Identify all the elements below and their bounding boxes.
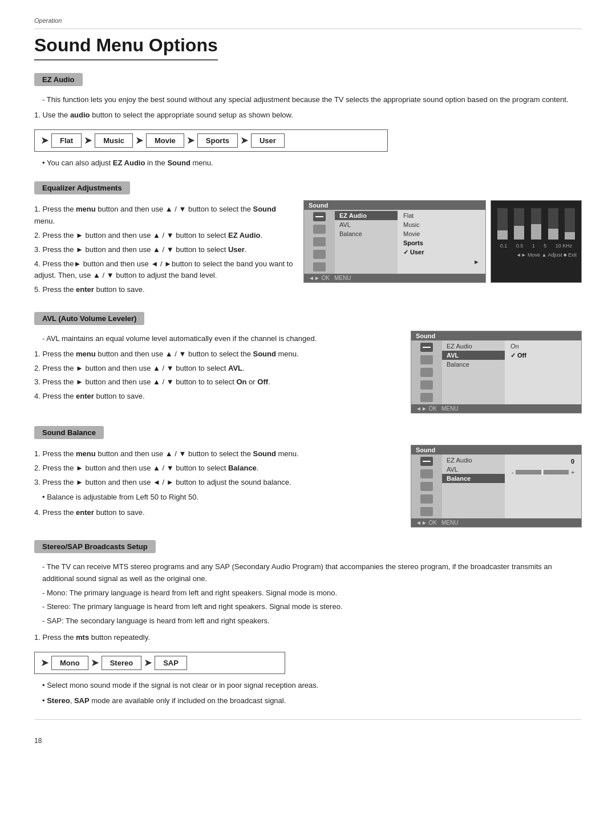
- avl-icon-2: [420, 355, 433, 364]
- eq-menu-items: EZ Audio AVL Balance: [335, 210, 398, 274]
- eq-icon-3: [313, 237, 326, 246]
- balance-menu-item-avl: AVL: [442, 465, 505, 474]
- section-equalizer: Equalizer Adjustments Press the menu but…: [34, 181, 582, 299]
- eq-menu-item-ezaudio: EZ Audio: [335, 211, 398, 220]
- eq-icon-5: [313, 262, 326, 271]
- balance-icon-4: [420, 494, 433, 504]
- balance-step-4: Press the enter button to save.: [34, 507, 400, 519]
- eq-subitem-user: User: [401, 247, 482, 257]
- eq-step-5: Press the enter button to save.: [34, 284, 293, 296]
- avl-steps: - AVL maintains an equal volume level au…: [34, 331, 400, 406]
- flow-item-flat: Flat ➤: [51, 133, 95, 148]
- flow-box-stereo: Stereo: [102, 656, 141, 670]
- eq-bar-track-4: [548, 208, 558, 240]
- avl-menu-item-balance: Balance: [442, 360, 505, 369]
- flow-item-music: Music ➤: [95, 133, 146, 148]
- balance-tv-menu: Sound EZ Audio AVL Balance: [411, 445, 582, 527]
- page-title: Sound Menu Options: [34, 35, 218, 60]
- avl-step-2: Press the ► button and then use ▲ / ▼ bu…: [34, 363, 400, 375]
- balance-steps: Press the menu button and then use ▲ / ▼…: [34, 445, 400, 522]
- section-avl: AVL (Auto Volume Leveler) - AVL maintain…: [34, 312, 582, 413]
- avl-desc: - AVL maintains an equal volume level au…: [42, 333, 400, 345]
- section-stereo-sap: Stereo/SAP Broadcasts Setup - The TV can…: [34, 540, 582, 707]
- balance-plus: +: [571, 469, 574, 476]
- avl-menu-icons: [411, 340, 442, 404]
- balance-icon-2: [420, 469, 433, 478]
- eq-bar-3: [531, 208, 541, 240]
- eq-footer-menu: MENU: [334, 275, 351, 281]
- balance-value-label: 0: [508, 456, 578, 467]
- balance-track: [516, 470, 569, 474]
- flow-item-movie: Movie ➤: [146, 133, 197, 148]
- stereo-flow: ➤ Mono ➤ Stereo ➤ SAP: [34, 652, 285, 674]
- balance-step-1: Press the menu button and then use ▲ / ▼…: [34, 448, 400, 460]
- avl-footer-menu: MENU: [441, 405, 458, 412]
- balance-icon-1: [420, 457, 433, 466]
- avl-menu-item-ezaudio: EZ Audio: [442, 342, 505, 351]
- flow-arrow-2: ➤: [135, 134, 144, 147]
- flow-box-flat: Flat: [51, 133, 82, 148]
- balance-footer-menu: MENU: [441, 520, 458, 526]
- eq-bar-fill-2: [514, 226, 524, 240]
- eq-icon-4: [313, 250, 326, 259]
- stereo-note1: • Select mono sound mode if the signal i…: [42, 680, 582, 692]
- breadcrumb: Operation: [34, 17, 582, 29]
- avl-step-1: Press the menu button and then use ▲ / ▼…: [34, 348, 400, 360]
- eq-icon-2: [313, 225, 326, 234]
- eq-menu-subitems: Flat Music Movie Sports User ►: [398, 210, 485, 274]
- avl-option-on: On: [508, 342, 578, 351]
- eq-step-1: Press the menu button and then use ▲ / ▼…: [34, 204, 293, 228]
- eq-bar-1: [497, 208, 508, 240]
- flow-box-movie: Movie: [146, 133, 184, 148]
- eq-bar-fill-1: [497, 230, 508, 240]
- stereo-arrow-1: ➤: [91, 656, 99, 669]
- section-header-stereo-sap: Stereo/SAP Broadcasts Setup: [34, 540, 156, 553]
- balance-note: • Balance is adjustable from Left 50 to …: [42, 492, 400, 504]
- eq-display: 0.1 0.5 1 5 10 KHz ◄► Move ▲ Adjust ■ Ex…: [491, 200, 582, 283]
- stereo-desc3: - Stereo: The primary language is heard …: [42, 601, 582, 613]
- ez-audio-note: • You can also adjust EZ Audio in the So…: [42, 157, 582, 169]
- eq-bar-track-3: [531, 208, 541, 240]
- flow-start-arrow: ➤: [40, 134, 49, 147]
- equalizer-screenshots: Sound EZ Audio AVL Balance: [303, 200, 582, 283]
- eq-subitem-flat: Flat: [401, 211, 482, 220]
- balance-menu-item-balance: Balance: [442, 474, 505, 483]
- ez-audio-flow: ➤ Flat ➤ Music ➤ Movie ➤ Sports ➤ User: [34, 129, 388, 152]
- avl-menu-item-avl: AVL: [442, 351, 505, 360]
- eq-menu-footer: ◄► OK MENU: [304, 274, 485, 282]
- eq-bar-fill-4: [548, 229, 558, 240]
- section-header-avl: AVL (Auto Volume Leveler): [34, 312, 144, 325]
- balance-step-2: Press the ► button and then use ▲ / ▼ bu…: [34, 462, 400, 474]
- avl-icon-1: [420, 343, 433, 352]
- avl-menu-body: EZ Audio AVL Balance On Off: [411, 340, 581, 404]
- balance-indicator: [541, 469, 543, 475]
- eq-step-3: Press the ► button and then use ▲ / ▼ bu…: [34, 244, 293, 256]
- balance-menu-value: 0 - +: [505, 455, 581, 518]
- eq-step-2: Press the ► button and then use ▲ / ▼ bu…: [34, 230, 293, 242]
- eq-step-4: Press the► button and then use ◄ / ►butt…: [34, 258, 293, 282]
- avl-step-3: Press the ► button and then use ▲ / ▼ bu…: [34, 376, 400, 388]
- balance-menu-items: EZ Audio AVL Balance: [442, 455, 505, 518]
- avl-content: - AVL maintains an equal volume level au…: [34, 331, 582, 413]
- flow-arrow-1: ➤: [84, 134, 92, 147]
- eq-tv-menu: Sound EZ Audio AVL Balance: [303, 200, 486, 283]
- flow-arrow-4: ➤: [240, 134, 249, 147]
- eq-menu-item-avl: AVL: [335, 220, 398, 229]
- equalizer-content: Press the menu button and then use ▲ / ▼…: [34, 200, 582, 299]
- balance-minus: -: [512, 469, 513, 476]
- stereo-step1: Press the mts button repeatedly.: [34, 632, 582, 644]
- eq-subitem-music: Music: [401, 220, 482, 229]
- section-header-equalizer: Equalizer Adjustments: [34, 181, 130, 194]
- eq-label-3: 1: [532, 243, 535, 249]
- eq-label-1: 0.1: [500, 243, 508, 249]
- flow-box-mono: Mono: [51, 656, 88, 670]
- balance-menu-item-ezaudio: EZ Audio: [442, 456, 505, 465]
- balance-step-3: Press the ► button and then use ◄ / ► bu…: [34, 477, 400, 489]
- avl-step-4: Press the enter button to save.: [34, 391, 400, 403]
- avl-option-off: Off: [508, 351, 578, 360]
- section-sound-balance: Sound Balance Press the menu button and …: [34, 426, 582, 527]
- balance-content: Press the menu button and then use ▲ / ▼…: [34, 445, 582, 527]
- eq-subitem-movie: Movie: [401, 229, 482, 238]
- avl-menu-options: On Off: [505, 340, 581, 404]
- eq-bars: [496, 205, 577, 240]
